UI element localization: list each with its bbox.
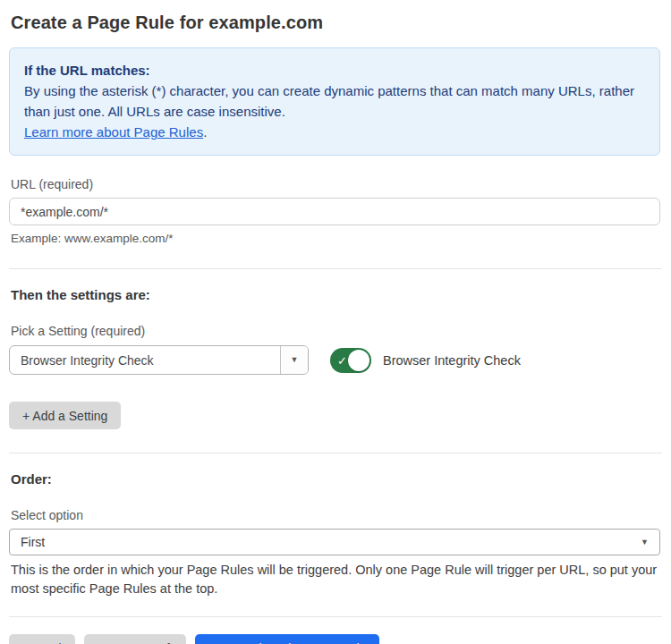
pick-setting-select-value: Browser Integrity Check [10, 346, 280, 374]
order-section-heading: Order: [11, 471, 662, 487]
url-example-hint: Example: www.example.com/* [11, 232, 662, 245]
pick-setting-select-arrow[interactable]: ▼ [280, 346, 308, 374]
divider [9, 616, 662, 617]
browser-integrity-check-toggle[interactable]: ✓ [330, 348, 371, 373]
checkmark-icon: ✓ [337, 353, 347, 367]
divider [9, 268, 662, 269]
url-matches-info-box: If the URL matches: By using the asteris… [9, 47, 660, 156]
order-description: This is the order in which your Page Rul… [11, 561, 662, 598]
page-title: Create a Page Rule for example.com [11, 13, 662, 33]
order-select[interactable]: First ▼ [9, 529, 660, 555]
order-select-value: First [21, 535, 641, 549]
chevron-down-icon: ▼ [291, 356, 299, 364]
setting-row: Browser Integrity Check ▼ ✓ Browser Inte… [9, 345, 662, 375]
learn-more-link[interactable]: Learn more about Page Rules [24, 124, 203, 140]
cancel-button[interactable]: Cancel [9, 634, 75, 644]
info-box-heading: If the URL matches: [24, 60, 645, 80]
save-and-deploy-button[interactable]: Save and Deploy Page Rule [195, 634, 379, 644]
create-page-rule-form: Create a Page Rule for example.com If th… [0, 0, 671, 644]
pick-setting-label: Pick a Setting (required) [11, 324, 662, 338]
add-setting-button[interactable]: + Add a Setting [9, 402, 121, 429]
info-box-link-line: Learn more about Page Rules. [24, 122, 645, 142]
url-field-label: URL (required) [11, 177, 662, 191]
divider [9, 453, 662, 453]
settings-section-heading: Then the settings are: [11, 287, 662, 302]
link-suffix: . [203, 124, 207, 140]
footer-actions: Cancel Save as Draft Save and Deploy Pag… [9, 634, 662, 644]
pick-setting-select[interactable]: Browser Integrity Check ▼ [9, 345, 309, 375]
info-box-body: By using the asterisk (*) character, you… [24, 80, 645, 122]
select-option-label: Select option [11, 508, 662, 522]
save-as-draft-button[interactable]: Save as Draft [84, 634, 187, 644]
toggle-label: Browser Integrity Check [383, 353, 521, 368]
chevron-down-icon: ▼ [641, 538, 649, 547]
toggle-knob [348, 350, 369, 371]
url-input[interactable] [9, 198, 660, 225]
